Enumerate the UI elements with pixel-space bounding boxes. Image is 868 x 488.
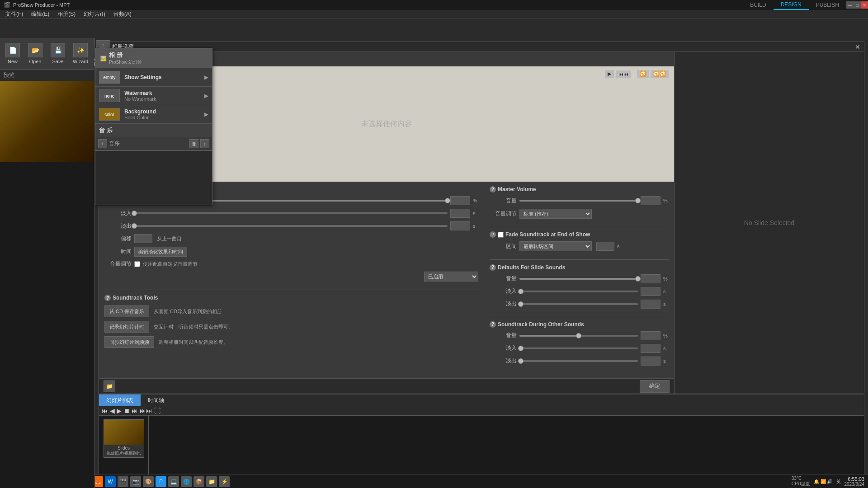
defaults-fadeout-input[interactable]: 0.1 — [641, 300, 660, 309]
master-volume-slider[interactable] — [519, 197, 638, 204]
filmstrip-tab-timeline[interactable]: 时间轴 — [141, 394, 171, 406]
app11-icon[interactable]: 🌐 — [181, 476, 192, 487]
track-voladj-checkbox[interactable] — [134, 261, 140, 267]
loop-button[interactable]: 🔁 — [637, 70, 649, 78]
fade-end-help[interactable]: ? — [490, 231, 496, 238]
dropdown-item-text-background: Background Solid Color — [124, 108, 204, 120]
dropdown-background[interactable]: color Background Solid Color ▶ — [95, 105, 212, 124]
tool-row-2: 记录幻灯片计时 交互计时，听音频时只需点击即可。 — [104, 321, 478, 333]
soundtrack-tools-panel: ? Soundtrack Tools 从 CD 保存音乐 从音频 CD导入音乐到… — [99, 290, 484, 356]
filmstrip-skip-end[interactable]: ⏭⏭ — [140, 407, 152, 414]
play-button[interactable]: ▶ — [605, 70, 614, 78]
filmstrip-stop[interactable]: ⏹ — [123, 407, 130, 414]
menu-album[interactable]: 相册(S) — [54, 9, 79, 19]
filmstrip-skip-start[interactable]: ⏮ — [102, 407, 108, 414]
slide-thumbnail[interactable]: Slides 拖放照片/视频到此 — [104, 419, 144, 458]
master-voladj-select[interactable]: 标准 (推荐) — [519, 209, 592, 219]
dropdown-watermark[interactable]: none Watermark No Watermark ▶ — [95, 87, 212, 105]
music-toolbar: + 音乐 🗑 ↕ — [95, 137, 212, 150]
defaults-fadein-slider[interactable] — [519, 288, 638, 295]
music-reorder-btn[interactable]: ↕ — [200, 139, 209, 148]
maximize-button[interactable]: □ — [854, 1, 861, 9]
tool-row-3: 同步幻灯片到频频 调整相册时间以匹配音频长度。 — [104, 336, 478, 348]
save-button[interactable]: 💾 Save — [49, 43, 67, 64]
app14-icon[interactable]: ⚡ — [219, 476, 230, 487]
defaults-fadein-input[interactable]: 0.1 — [641, 287, 660, 296]
filmstrip-next[interactable]: ⏭ — [132, 407, 138, 414]
open-button[interactable]: 📂 Open — [26, 43, 44, 64]
dropdown-icon: 🖼️ — [100, 56, 106, 61]
app5-icon[interactable]: W — [105, 476, 116, 487]
close-button[interactable]: ✕ — [861, 1, 868, 9]
master-volume-title: ? Master Volume — [490, 186, 669, 192]
soundtrack-tools-help[interactable]: ? — [104, 295, 111, 301]
new-icon: 📄 — [5, 43, 20, 57]
build-button[interactable]: BUILD — [743, 0, 773, 10]
filmstrip-play[interactable]: ▶ — [117, 407, 122, 414]
slide-preview-panel: No Slide Selected — [674, 52, 864, 394]
new-button[interactable]: 📄 New — [4, 43, 22, 64]
defaults-volume-row: 音量 100 % — [490, 274, 669, 283]
preview-label: 预览 — [0, 70, 94, 81]
loop2-button[interactable]: 🔁🔁 — [651, 70, 669, 78]
app12-icon[interactable]: 📦 — [193, 476, 204, 487]
during-fadein-slider[interactable] — [519, 345, 638, 352]
during-sounds-help[interactable]: ? — [490, 321, 496, 328]
music-add-btn[interactable]: + — [98, 139, 107, 148]
app10-icon[interactable]: 💻 — [168, 476, 179, 487]
master-volume-help[interactable]: ? — [490, 186, 496, 192]
defaults-volume-slider[interactable] — [519, 276, 638, 282]
app9-icon[interactable]: P — [156, 476, 166, 487]
track-fadeout-input[interactable]: 0 — [450, 221, 470, 230]
defaults-fadeout-row: 淡出 0.1 s — [490, 300, 669, 309]
track-fadein-slider[interactable] — [134, 210, 448, 216]
minimize-button[interactable]: — — [846, 1, 854, 9]
during-fadeout-input[interactable]: 0.1 — [641, 357, 660, 366]
track-volume-input[interactable]: 100 — [450, 196, 470, 205]
during-fadeout-slider[interactable] — [519, 358, 638, 364]
record-timing-button[interactable]: 记录幻灯片计时 — [104, 321, 149, 333]
publish-button[interactable]: PUBLISH — [809, 0, 846, 10]
confirm-button[interactable]: 确定 — [640, 380, 670, 393]
time-edit-button[interactable]: 编辑淡化效果和时间 — [134, 247, 187, 257]
defaults-volume-input[interactable]: 100 — [641, 274, 660, 283]
app8-icon[interactable]: 🎨 — [143, 476, 154, 487]
folder-button[interactable]: 📁 — [104, 380, 115, 392]
menu-slide[interactable]: 幻灯片(I) — [80, 9, 108, 19]
music-list-area — [95, 150, 212, 205]
wizard-button[interactable]: ✨ Wizard — [71, 43, 90, 64]
track-offset-input[interactable]: 0 — [134, 234, 152, 243]
app6-icon[interactable]: 🎬 — [118, 476, 128, 487]
defaults-slide-help[interactable]: ? — [490, 264, 496, 271]
menu-audio[interactable]: 音频(A) — [110, 9, 135, 19]
during-volume-slider[interactable] — [519, 333, 638, 339]
track-preset-select[interactable]: 已启用 — [424, 272, 478, 282]
menu-file[interactable]: 文件(F) — [2, 9, 27, 19]
music-delete-btn[interactable]: 🗑 — [189, 139, 198, 148]
filmstrip-fullscreen[interactable]: ⛶ — [154, 407, 160, 414]
sync-slides-button[interactable]: 同步幻灯片到频频 — [104, 336, 154, 348]
dropdown-show-settings[interactable]: empty Show Settings ▶ — [95, 68, 212, 87]
fade-end-section-select[interactable]: 最后转场区间 — [519, 241, 592, 251]
track-fadein-row: 淡入 0 s — [104, 209, 478, 218]
app13-icon[interactable]: 📁 — [206, 476, 217, 487]
filmstrip-prev[interactable]: ◀ — [110, 407, 115, 414]
fade-end-checkbox[interactable] — [498, 232, 504, 238]
menu-edit[interactable]: 编辑(E) — [28, 9, 53, 19]
fade-end-time-input[interactable]: 0 — [596, 242, 614, 251]
clock: 6:55:03 2023/3/24 — [844, 476, 865, 487]
app7-icon[interactable]: 📷 — [130, 476, 141, 487]
cd-import-button[interactable]: 从 CD 保存音乐 — [104, 305, 149, 317]
rewind-button[interactable]: ⏮⏮ — [616, 70, 631, 78]
track-fadein-input[interactable]: 0 — [450, 209, 470, 218]
dialog-close-button[interactable]: ✕ — [855, 43, 860, 51]
during-volume-input[interactable]: 50 — [641, 331, 660, 340]
filmstrip-tab-slides[interactable]: 幻灯片列表 — [99, 394, 141, 406]
design-button[interactable]: DESIGN — [774, 0, 809, 10]
master-volume-input[interactable]: 100 — [641, 196, 660, 205]
dropdown-arrow-settings: ▶ — [204, 74, 208, 80]
during-volume-row: 音量 50 % — [490, 331, 669, 340]
during-fadein-input[interactable]: 0.1 — [641, 344, 660, 353]
defaults-fadeout-slider[interactable] — [519, 301, 638, 307]
track-fadeout-slider[interactable] — [134, 223, 448, 229]
